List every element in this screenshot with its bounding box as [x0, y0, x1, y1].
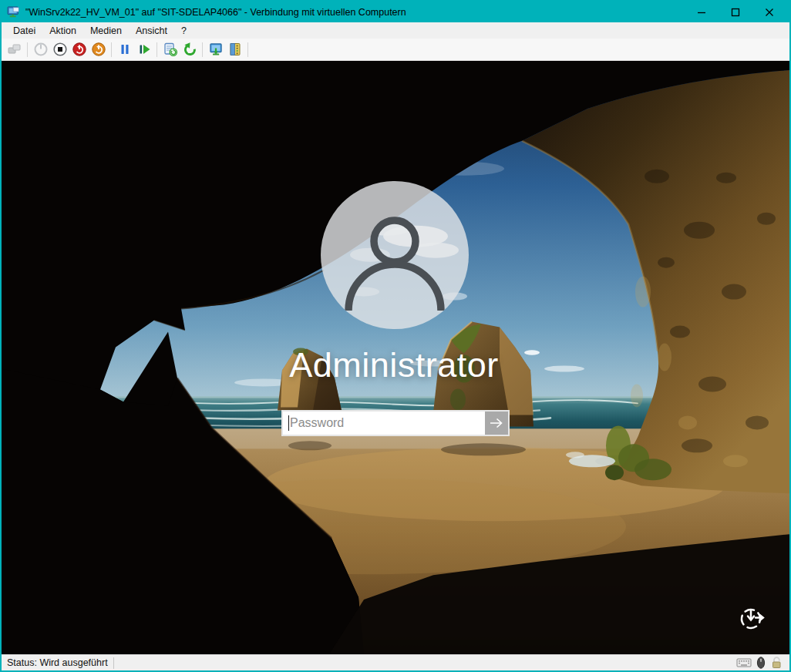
status-bar: Status: Wird ausgeführt [2, 654, 789, 670]
menu-aktion[interactable]: Aktion [42, 24, 83, 38]
unlocked-status-icon [770, 656, 783, 670]
status-separator [113, 657, 114, 669]
vmconnect-window: "WinSrv2k22_HV_VM_01" auf "SIT-SDELAP406… [0, 0, 791, 672]
submit-password-button[interactable] [485, 412, 508, 435]
vm-display: Administrator [2, 61, 789, 654]
menu-datei[interactable]: Datei [6, 24, 42, 38]
menu-ansicht[interactable]: Ansicht [129, 24, 174, 38]
ctrl-alt-del-icon[interactable] [5, 40, 24, 59]
toolbar-separator [157, 42, 157, 57]
text-caret [288, 415, 289, 431]
minimize-button[interactable] [690, 4, 713, 21]
pause-icon[interactable] [115, 40, 134, 59]
basic-session-icon[interactable] [206, 40, 225, 59]
keyboard-status-icon [736, 656, 752, 670]
shut-down-icon[interactable] [69, 40, 89, 59]
menu-bar: Datei Aktion Medien Ansicht ? [2, 22, 789, 39]
arrow-right-icon [490, 417, 503, 429]
save-icon[interactable] [89, 40, 108, 59]
password-input[interactable] [283, 412, 485, 435]
close-button[interactable] [758, 4, 781, 21]
window-title: "WinSrv2k22_HV_VM_01" auf "SIT-SDELAP406… [25, 7, 690, 18]
toolbar-separator [202, 42, 203, 57]
password-box [281, 410, 510, 436]
avatar [321, 181, 469, 329]
menu-help[interactable]: ? [174, 24, 194, 38]
menu-medien[interactable]: Medien [83, 24, 129, 38]
toolbar-separator [27, 42, 28, 57]
toolbar-separator [247, 42, 248, 57]
user-icon [321, 181, 469, 329]
revert-icon[interactable] [180, 40, 199, 59]
title-bar: "WinSrv2k22_HV_VM_01" auf "SIT-SDELAP406… [2, 2, 789, 22]
checkpoint-icon[interactable] [160, 40, 180, 59]
hyperv-app-icon [7, 6, 21, 18]
maximize-button[interactable] [724, 4, 747, 21]
clock-arrows-icon[interactable] [736, 603, 767, 633]
start-icon[interactable] [31, 40, 50, 59]
toolbar-separator [111, 42, 112, 57]
toolbar [2, 39, 789, 61]
devices-icon[interactable] [225, 40, 244, 59]
resume-icon[interactable] [134, 40, 153, 59]
username-label: Administrator [2, 345, 786, 385]
status-text: Status: Wird ausgeführt [7, 657, 108, 668]
turn-off-icon[interactable] [50, 40, 69, 59]
mouse-status-icon [756, 656, 766, 670]
